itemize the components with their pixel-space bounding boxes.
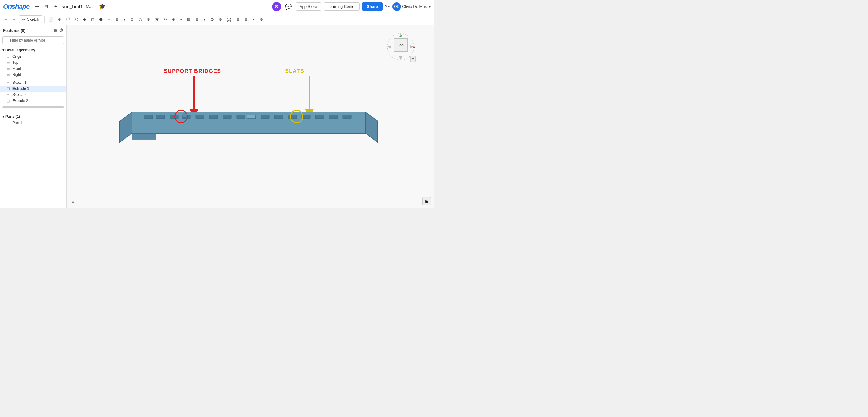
tree-item-extrude2[interactable]: ◫ Extrude 2 — [0, 98, 66, 104]
tb-icon-19[interactable]: ⊟ — [193, 16, 200, 23]
default-geometry-section: ▾ Default geometry ⊙ Origin ▭ Top ▭ Fron… — [0, 47, 66, 80]
tb-icon-12[interactable]: ◎ — [137, 16, 144, 23]
tree-item-front[interactable]: ▭ Front — [0, 65, 66, 71]
undo-button[interactable]: ↩ — [2, 16, 9, 23]
sidebar-header-icons: ⊞ ⏱ — [54, 28, 63, 33]
svg-marker-28 — [387, 45, 391, 48]
sidebar-icon-grid[interactable]: ⊞ — [54, 28, 57, 33]
parts-collapse-arrow: ▾ — [2, 114, 4, 119]
tb-icon-21[interactable]: ⊙ — [209, 16, 216, 23]
svg-rect-17 — [247, 115, 256, 119]
tb-icon-23[interactable]: {x} — [225, 16, 233, 23]
tb-icon-16[interactable]: ⊕ — [170, 16, 177, 23]
collapse-arrow: ▾ — [2, 48, 4, 52]
3d-canvas[interactable]: SUPPORT BRIDGES SLATS — [67, 26, 434, 208]
svg-rect-23 — [329, 115, 338, 119]
tb-icon-2[interactable]: ⊙ — [56, 16, 63, 23]
user-profile-button[interactable]: OD Olivia De Masi ▾ — [393, 2, 431, 11]
viewport-cube[interactable]: Y X Top ▾ — [385, 32, 416, 62]
list-icon: ⊞ — [44, 4, 48, 9]
help-icon: ? — [385, 4, 387, 9]
svg-rect-15 — [237, 115, 245, 119]
svg-marker-6 — [366, 112, 378, 142]
chat-button[interactable]: 💬 — [284, 2, 293, 11]
cube-dropdown-btn[interactable]: ▾ — [410, 56, 416, 62]
sketch-icon-1: ✏ — [7, 81, 11, 85]
tb-icon-13[interactable]: ⊙ — [145, 16, 152, 23]
graduate-cap-button[interactable]: 🎓 — [97, 2, 107, 11]
tree-item-sketch1[interactable]: ✏ Sketch 1 — [0, 80, 66, 86]
top-navigation: Onshape ☰ ⊞ ✦ sun_bed1 Main 🎓 S 💬 App St… — [0, 0, 434, 13]
tb-icon-9[interactable]: ⊞ — [114, 16, 120, 23]
help-chevron: ▾ — [388, 4, 390, 9]
svg-marker-27 — [399, 56, 402, 60]
sidebar-icon-clock[interactable]: ⏱ — [59, 28, 63, 33]
menu-icon: ☰ — [35, 4, 39, 9]
tb-icon-18[interactable]: ⊞ — [185, 16, 192, 23]
tb-icon-8[interactable]: △ — [105, 16, 112, 23]
support-bridge-circle — [175, 110, 188, 123]
parts-panel-icon[interactable]: ⊞ — [423, 197, 431, 205]
tree-item-sketch2[interactable]: ✏ Sketch 2 — [0, 92, 66, 98]
tb-icon-14[interactable]: ⌘ — [153, 16, 161, 23]
svg-rect-14 — [223, 115, 231, 119]
tree-item-top[interactable]: ▭ Top — [0, 59, 66, 65]
learning-center-button[interactable]: Learning Center — [323, 2, 360, 11]
main-toolbar: ↩ ↪ ✏ Sketch 📄 ⊙ 〇 ⬡ ◆ ◻ ⬟ △ ⊞ ▾ ⊡ ◎ ⊙ ⌘… — [0, 13, 434, 26]
branch-name: Main — [86, 4, 94, 9]
graduate-cap-icon: 🎓 — [99, 3, 105, 10]
svg-rect-24 — [343, 115, 351, 119]
tb-icon-7[interactable]: ⬟ — [97, 16, 104, 23]
document-list-button[interactable]: ⊞ — [43, 3, 50, 11]
filter-container: 🔍 — [2, 36, 64, 44]
tb-icon-5[interactable]: ◆ — [81, 16, 88, 23]
help-button[interactable]: ? ▾ — [385, 4, 390, 9]
tb-icon-20[interactable]: ▾ — [202, 16, 208, 23]
plus-icon: ✦ — [54, 4, 58, 9]
features-header: Features (8) ⊞ ⏱ — [0, 26, 66, 35]
tb-icon-22[interactable]: ⊕ — [217, 16, 224, 23]
extrude-icon-1: ◫ — [7, 87, 11, 91]
tb-icon-4[interactable]: ⬡ — [73, 16, 80, 23]
main-content: Features (8) ⊞ ⏱ 🔍 ▾ Default geometry ⊙ … — [0, 26, 434, 208]
share-button[interactable]: Share — [362, 2, 383, 11]
app-store-button[interactable]: App Store — [296, 2, 321, 11]
sketch-button[interactable]: ✏ Sketch — [19, 16, 42, 23]
plane-icon-front: ▭ — [7, 67, 11, 71]
tree-item-part1[interactable]: Part 1 — [0, 120, 66, 126]
parts-section-header[interactable]: ▾ Parts (1) — [0, 113, 66, 120]
extrude-icon-2: ◫ — [7, 99, 11, 103]
annotation-support-bridges: SUPPORT BRIDGES — [164, 68, 221, 75]
parts-cube-icon: ⊞ — [425, 199, 429, 204]
tree-item-origin[interactable]: ⊙ Origin — [0, 53, 66, 59]
plane-icon-top: ▭ — [7, 61, 11, 65]
tb-icon-24[interactable]: ⊞ — [235, 16, 241, 23]
svg-rect-19 — [275, 115, 283, 119]
filter-input[interactable] — [2, 36, 64, 44]
tree-item-extrude1[interactable]: ◫ Extrude 1 — [0, 86, 66, 92]
svg-rect-9 — [156, 115, 165, 119]
bottom-action-button[interactable]: ≡ — [70, 198, 76, 205]
sketch-icon-2: ✏ — [7, 93, 11, 97]
tb-icon-27[interactable]: ⊕ — [258, 16, 265, 23]
svg-rect-18 — [261, 115, 269, 119]
sunbed-shape — [117, 95, 381, 156]
redo-button[interactable]: ↪ — [11, 16, 18, 23]
default-geometry-header[interactable]: ▾ Default geometry — [0, 47, 66, 53]
tb-icon-25[interactable]: ⊟ — [243, 16, 250, 23]
slat-circle — [290, 110, 303, 123]
tree-item-right[interactable]: ▭ Right — [0, 71, 66, 78]
s-avatar[interactable]: S — [272, 2, 281, 11]
tb-icon-1[interactable]: 📄 — [46, 16, 55, 23]
menu-button[interactable]: ☰ — [33, 2, 40, 11]
tb-icon-6[interactable]: ◻ — [89, 16, 96, 23]
tb-icon-11[interactable]: ⊡ — [129, 16, 135, 23]
tb-icon-10[interactable]: ▾ — [122, 16, 127, 23]
tb-icon-17[interactable]: ▾ — [178, 16, 184, 23]
undo-icon: ↩ — [4, 17, 8, 22]
tb-icon-3[interactable]: 〇 — [64, 16, 72, 23]
tb-icon-15[interactable]: ✂ — [162, 16, 169, 23]
add-tab-button[interactable]: ✦ — [52, 2, 59, 11]
toolbar-separator-1 — [44, 16, 44, 23]
tb-icon-26[interactable]: ▾ — [251, 16, 256, 23]
